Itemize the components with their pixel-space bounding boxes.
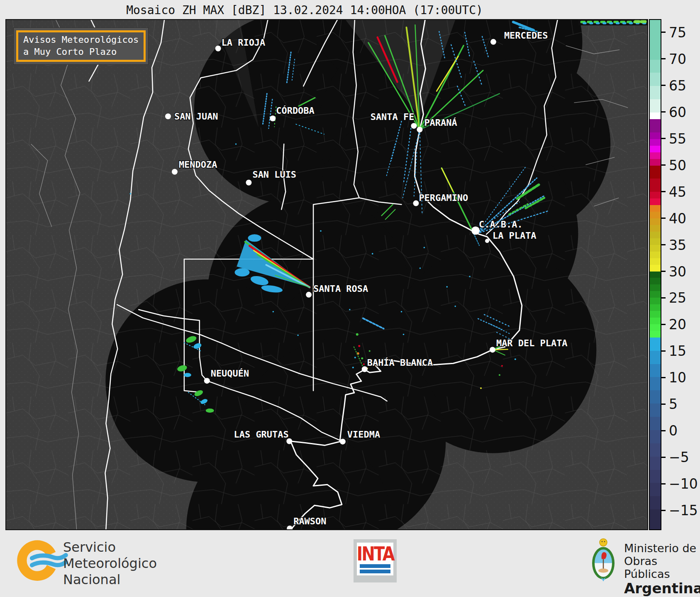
city-label: SANTA ROSA <box>313 284 368 294</box>
colorbar-tick-label: 55 <box>669 130 686 147</box>
warning-banner[interactable]: Avisos Meteorológicos a Muy Corto Plazo <box>14 28 148 64</box>
colorbar-tick-label: 75 <box>669 24 686 40</box>
colorbar-tick <box>661 483 666 484</box>
city-dot <box>204 378 210 384</box>
colorbar-tick-label: −5 <box>669 449 689 465</box>
colorbar-tick <box>661 58 666 59</box>
colorbar-tick-label: 70 <box>669 51 686 67</box>
colorbar-tick-label: 50 <box>669 157 686 173</box>
smn-line-3: Nacional <box>63 572 157 588</box>
city-label: VIEDMA <box>347 429 380 440</box>
city-dot <box>485 239 489 243</box>
colorbar-tick-label: 45 <box>669 184 686 200</box>
inta-logo-text: INTA <box>357 544 394 563</box>
radar-mosaic-page: Mosaico ZH MAX [dBZ] 13.02.2024 14:00HOA… <box>0 0 700 597</box>
city-dot <box>340 439 346 445</box>
colorbar-tick-label: 5 <box>669 396 678 412</box>
colorbar-tick-label: 15 <box>669 343 686 359</box>
smn-line-2: Meteorológico <box>63 555 157 572</box>
city-dot <box>490 39 496 45</box>
colorbar-tick <box>661 510 666 511</box>
radar-map: LA RIOJAMERCEDESSAN JUANCÓRDOBASANTA FEP… <box>5 19 648 530</box>
city-label: SAN LUIS <box>252 169 296 180</box>
colorbar-tick <box>661 138 666 139</box>
colorbar-tick <box>661 350 666 352</box>
colorbar-tick-label: 30 <box>669 263 686 279</box>
colorbar-tick <box>661 430 666 431</box>
colorbar-tick <box>661 404 666 405</box>
city-dot <box>471 226 480 235</box>
city-label: LA PLATA <box>493 230 537 241</box>
city-dot <box>306 292 312 298</box>
colorbar-tick-label: 40 <box>669 210 686 226</box>
city-dot <box>246 180 252 186</box>
city-label: C.A.B.A. <box>479 219 523 230</box>
colorbar-tick <box>661 85 666 86</box>
city-dot <box>215 46 221 51</box>
ministry-line-2: Obras Públicas <box>624 555 700 580</box>
ministry-line-1: Ministerio de <box>624 542 700 555</box>
city-label: CÓRDOBA <box>276 105 314 116</box>
colorbar-tick <box>661 32 666 33</box>
city-label: MENDOZA <box>179 159 217 170</box>
city-dot <box>413 201 419 206</box>
footer: Servicio Meteorológico Nacional INTA Min… <box>0 530 700 597</box>
colorbar-tick-label: 60 <box>669 104 686 120</box>
city-dot <box>165 113 171 119</box>
city-label: MERCEDES <box>504 30 548 41</box>
colorbar-tick-label: −10 <box>669 476 698 492</box>
dbz-colorbar-ticks: 757065605550454035302520151050−5−10−15 <box>661 19 700 530</box>
ministry-logo-text: Ministerio de Obras Públicas Argentina <box>624 542 700 596</box>
colorbar-tick <box>661 218 666 219</box>
city-dot <box>417 127 422 132</box>
colorbar-tick <box>661 111 666 113</box>
colorbar-tick <box>661 164 666 166</box>
colorbar-tick-label: 65 <box>669 77 686 93</box>
city-dot <box>270 115 276 121</box>
colorbar-tick <box>661 191 666 192</box>
city-dot <box>362 366 368 372</box>
city-label: PERGAMINO <box>419 193 468 203</box>
city-dot <box>172 169 178 175</box>
colorbar-tick <box>661 457 666 458</box>
map-canvas: LA RIOJAMERCEDESSAN JUANCÓRDOBASANTA FEP… <box>6 20 647 529</box>
smn-line-1: Servicio <box>63 539 157 555</box>
colorbar-tick-label: 25 <box>669 290 686 306</box>
colorbar-tick-label: −15 <box>669 502 698 519</box>
city-label: PARANÁ <box>424 117 457 128</box>
warning-banner-line2: a Muy Corto Plazo <box>23 46 139 58</box>
city-dot <box>411 123 417 129</box>
ministry-line-3: Argentina <box>624 580 700 596</box>
colorbar-tick <box>661 271 666 272</box>
warning-banner-line1: Avisos Meteorológicos <box>23 34 139 46</box>
argentina-coat-of-arms-icon <box>590 537 617 585</box>
warning-banner-border: Avisos Meteorológicos a Muy Corto Plazo <box>16 30 146 62</box>
colorbar-tick-label: 0 <box>669 423 678 439</box>
colorbar-tick <box>661 244 666 245</box>
city-label: NEUQUÉN <box>211 368 249 379</box>
city-label: BAHÍA BLANCA <box>367 357 433 368</box>
city-label: SANTA FE <box>371 112 415 122</box>
page-title: Mosaico ZH MAX [dBZ] 13.02.2024 14:00HOA… <box>0 3 609 17</box>
city-label: MAR DEL PLATA <box>496 338 568 348</box>
city-label: LA RIOJA <box>222 37 266 48</box>
city-label: RAWSON <box>293 516 326 526</box>
city-label: SAN JUAN <box>174 111 218 122</box>
colorbar-tick <box>661 377 666 378</box>
inta-bar-2 <box>360 570 390 573</box>
colorbar-tick-label: 20 <box>669 316 686 333</box>
smn-logo-icon <box>16 536 70 587</box>
department-boundaries <box>6 20 647 529</box>
colorbar-tick <box>661 297 666 298</box>
inta-logo: INTA <box>354 539 397 582</box>
city-label: LAS GRUTAS <box>234 429 289 440</box>
colorbar-tick-label: 35 <box>669 237 686 253</box>
city-dot <box>490 347 495 352</box>
colorbar-tick <box>661 324 666 325</box>
smn-logo-text: Servicio Meteorológico Nacional <box>63 539 157 588</box>
colorbar-tick-label: 10 <box>669 369 686 386</box>
dbz-colorbar <box>649 19 661 530</box>
